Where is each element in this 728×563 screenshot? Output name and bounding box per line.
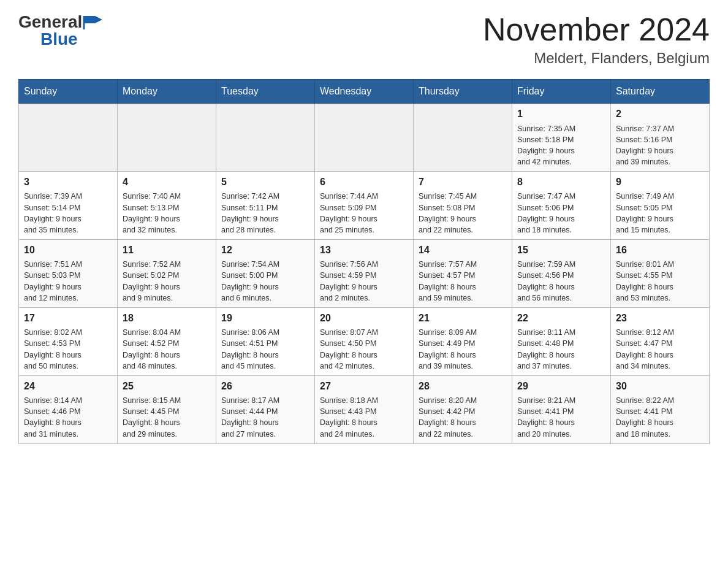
day-number: 26 (221, 380, 309, 393)
calendar-cell: 4Sunrise: 7:40 AM Sunset: 5:13 PM Daylig… (118, 172, 216, 240)
svg-marker-1 (95, 16, 102, 23)
calendar-cell: 18Sunrise: 8:04 AM Sunset: 4:52 PM Dayli… (118, 307, 216, 375)
calendar-cell: 23Sunrise: 8:12 AM Sunset: 4:47 PM Dayli… (611, 307, 710, 375)
calendar-cell: 12Sunrise: 7:54 AM Sunset: 5:00 PM Dayli… (216, 239, 315, 307)
day-info: Sunrise: 8:11 AM Sunset: 4:48 PM Dayligh… (517, 327, 605, 372)
svg-marker-0 (84, 16, 95, 23)
day-header-thursday: Thursday (414, 80, 512, 104)
calendar-cell: 3Sunrise: 7:39 AM Sunset: 5:14 PM Daylig… (19, 172, 118, 240)
day-number: 19 (221, 312, 309, 325)
day-number: 27 (320, 380, 408, 393)
day-number: 4 (123, 175, 211, 189)
title-area: November 2024 Meldert, Flanders, Belgium (483, 12, 710, 67)
day-info: Sunrise: 7:39 AM Sunset: 5:14 PM Dayligh… (24, 191, 112, 236)
day-number: 14 (419, 243, 507, 257)
calendar-cell: 17Sunrise: 8:02 AM Sunset: 4:53 PM Dayli… (19, 307, 118, 375)
day-number: 20 (320, 312, 408, 325)
calendar-body: 1Sunrise: 7:35 AM Sunset: 5:18 PM Daylig… (19, 104, 710, 443)
calendar-cell: 27Sunrise: 8:18 AM Sunset: 4:43 PM Dayli… (315, 375, 414, 443)
day-header-monday: Monday (118, 80, 216, 104)
day-info: Sunrise: 7:47 AM Sunset: 5:06 PM Dayligh… (517, 191, 605, 236)
day-info: Sunrise: 8:09 AM Sunset: 4:49 PM Dayligh… (419, 327, 507, 372)
logo-blue-text: Blue (40, 29, 104, 49)
day-info: Sunrise: 7:37 AM Sunset: 5:16 PM Dayligh… (616, 123, 704, 168)
calendar-cell: 22Sunrise: 8:11 AM Sunset: 4:48 PM Dayli… (512, 307, 611, 375)
calendar-cell: 16Sunrise: 8:01 AM Sunset: 4:55 PM Dayli… (611, 239, 710, 307)
calendar-week-4: 17Sunrise: 8:02 AM Sunset: 4:53 PM Dayli… (19, 307, 710, 375)
day-number: 18 (123, 312, 211, 325)
day-number: 12 (221, 243, 309, 257)
day-info: Sunrise: 7:44 AM Sunset: 5:09 PM Dayligh… (320, 191, 408, 236)
calendar-cell: 15Sunrise: 7:59 AM Sunset: 4:56 PM Dayli… (512, 239, 611, 307)
logo-flag-icon (83, 13, 104, 31)
day-info: Sunrise: 8:12 AM Sunset: 4:47 PM Dayligh… (616, 327, 704, 372)
day-number: 25 (123, 380, 211, 393)
day-number: 17 (24, 312, 112, 325)
day-number: 8 (517, 175, 605, 189)
day-info: Sunrise: 7:45 AM Sunset: 5:08 PM Dayligh… (419, 191, 507, 236)
day-info: Sunrise: 8:22 AM Sunset: 4:41 PM Dayligh… (616, 395, 704, 440)
day-info: Sunrise: 8:20 AM Sunset: 4:42 PM Dayligh… (419, 395, 507, 440)
calendar-cell: 21Sunrise: 8:09 AM Sunset: 4:49 PM Dayli… (414, 307, 512, 375)
day-info: Sunrise: 7:59 AM Sunset: 4:56 PM Dayligh… (517, 259, 605, 304)
calendar-cell (19, 104, 118, 172)
calendar-week-1: 1Sunrise: 7:35 AM Sunset: 5:18 PM Daylig… (19, 104, 710, 172)
calendar-cell: 28Sunrise: 8:20 AM Sunset: 4:42 PM Dayli… (414, 375, 512, 443)
month-year-title: November 2024 (483, 12, 710, 47)
day-number: 23 (616, 312, 704, 325)
calendar-cell: 25Sunrise: 8:15 AM Sunset: 4:45 PM Dayli… (118, 375, 216, 443)
day-number: 28 (419, 380, 507, 393)
day-info: Sunrise: 7:54 AM Sunset: 5:00 PM Dayligh… (221, 259, 309, 304)
day-info: Sunrise: 8:06 AM Sunset: 4:51 PM Dayligh… (221, 327, 309, 372)
calendar-cell: 7Sunrise: 7:45 AM Sunset: 5:08 PM Daylig… (414, 172, 512, 240)
calendar-cell (118, 104, 216, 172)
calendar-cell: 24Sunrise: 8:14 AM Sunset: 4:46 PM Dayli… (19, 375, 118, 443)
calendar-week-2: 3Sunrise: 7:39 AM Sunset: 5:14 PM Daylig… (19, 172, 710, 240)
logo-area: General Blue (18, 12, 104, 49)
calendar-cell: 10Sunrise: 7:51 AM Sunset: 5:03 PM Dayli… (19, 239, 118, 307)
day-number: 9 (616, 175, 704, 189)
day-number: 3 (24, 175, 112, 189)
day-info: Sunrise: 8:01 AM Sunset: 4:55 PM Dayligh… (616, 259, 704, 304)
calendar-cell: 14Sunrise: 7:57 AM Sunset: 4:57 PM Dayli… (414, 239, 512, 307)
day-number: 1 (517, 107, 605, 121)
day-header-tuesday: Tuesday (216, 80, 315, 104)
calendar-cell: 1Sunrise: 7:35 AM Sunset: 5:18 PM Daylig… (512, 104, 611, 172)
day-info: Sunrise: 8:17 AM Sunset: 4:44 PM Dayligh… (221, 395, 309, 440)
day-number: 16 (616, 243, 704, 257)
day-info: Sunrise: 7:56 AM Sunset: 4:59 PM Dayligh… (320, 259, 408, 304)
calendar-cell: 9Sunrise: 7:49 AM Sunset: 5:05 PM Daylig… (611, 172, 710, 240)
days-header-row: SundayMondayTuesdayWednesdayThursdayFrid… (19, 80, 710, 104)
calendar-week-5: 24Sunrise: 8:14 AM Sunset: 4:46 PM Dayli… (19, 375, 710, 443)
day-info: Sunrise: 8:04 AM Sunset: 4:52 PM Dayligh… (123, 327, 211, 372)
calendar-cell: 8Sunrise: 7:47 AM Sunset: 5:06 PM Daylig… (512, 172, 611, 240)
calendar-cell: 26Sunrise: 8:17 AM Sunset: 4:44 PM Dayli… (216, 375, 315, 443)
page-header: General Blue November 2024 Meldert, Flan… (18, 12, 710, 67)
calendar-table: SundayMondayTuesdayWednesdayThursdayFrid… (18, 79, 710, 443)
location-subtitle: Meldert, Flanders, Belgium (483, 50, 710, 67)
day-number: 22 (517, 312, 605, 325)
day-info: Sunrise: 7:52 AM Sunset: 5:02 PM Dayligh… (123, 259, 211, 304)
day-number: 7 (419, 175, 507, 189)
calendar-cell (315, 104, 414, 172)
day-number: 5 (221, 175, 309, 189)
day-number: 13 (320, 243, 408, 257)
calendar-cell: 11Sunrise: 7:52 AM Sunset: 5:02 PM Dayli… (118, 239, 216, 307)
day-info: Sunrise: 8:02 AM Sunset: 4:53 PM Dayligh… (24, 327, 112, 372)
calendar-cell: 29Sunrise: 8:21 AM Sunset: 4:41 PM Dayli… (512, 375, 611, 443)
day-header-saturday: Saturday (611, 80, 710, 104)
calendar-cell (216, 104, 315, 172)
day-info: Sunrise: 7:40 AM Sunset: 5:13 PM Dayligh… (123, 191, 211, 236)
calendar-cell: 30Sunrise: 8:22 AM Sunset: 4:41 PM Dayli… (611, 375, 710, 443)
day-info: Sunrise: 8:21 AM Sunset: 4:41 PM Dayligh… (517, 395, 605, 440)
day-number: 29 (517, 380, 605, 393)
day-info: Sunrise: 7:35 AM Sunset: 5:18 PM Dayligh… (517, 123, 605, 168)
day-info: Sunrise: 8:07 AM Sunset: 4:50 PM Dayligh… (320, 327, 408, 372)
day-header-sunday: Sunday (19, 80, 118, 104)
day-info: Sunrise: 7:57 AM Sunset: 4:57 PM Dayligh… (419, 259, 507, 304)
day-number: 15 (517, 243, 605, 257)
day-info: Sunrise: 8:14 AM Sunset: 4:46 PM Dayligh… (24, 395, 112, 440)
calendar-cell: 6Sunrise: 7:44 AM Sunset: 5:09 PM Daylig… (315, 172, 414, 240)
calendar-cell (414, 104, 512, 172)
day-number: 21 (419, 312, 507, 325)
